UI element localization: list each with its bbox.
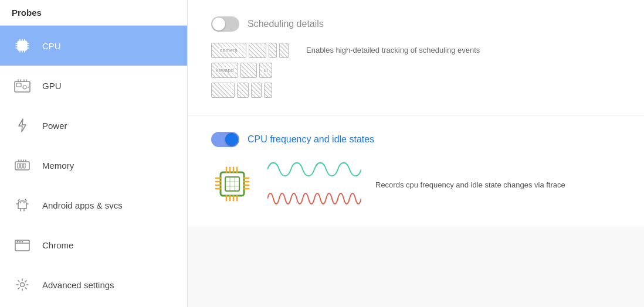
cpu-freq-illustration: Records cpu frequency and idle state cha… xyxy=(211,158,621,210)
gpu-icon xyxy=(12,75,33,96)
sidebar-item-cpu[interactable]: CPU xyxy=(0,26,187,66)
gear-icon xyxy=(12,274,33,295)
sched-block-7 xyxy=(251,83,262,98)
svg-rect-16 xyxy=(16,83,21,87)
power-icon xyxy=(12,115,33,136)
sidebar-item-memory[interactable]: Memory xyxy=(0,145,187,185)
svg-rect-14 xyxy=(21,44,24,47)
sched-block-6 xyxy=(237,83,249,98)
sidebar-item-chrome-label: Chrome xyxy=(42,240,73,250)
sidebar-item-gpu[interactable]: GPU xyxy=(0,66,187,105)
svg-rect-24 xyxy=(18,163,19,168)
sidebar-item-gpu-label: GPU xyxy=(42,81,62,91)
svg-line-35 xyxy=(18,199,19,201)
scheduling-description: Enables high-detailed tracking of schedu… xyxy=(306,42,480,56)
scheduling-toggle-row: Scheduling details xyxy=(211,16,621,32)
waveform-bottom xyxy=(267,187,361,210)
sidebar-item-cpu-label: CPU xyxy=(42,41,61,51)
svg-point-43 xyxy=(22,241,23,242)
sidebar-item-android-label: Android apps & svcs xyxy=(42,200,123,210)
cpu-freq-description: Records cpu frequency and idle state cha… xyxy=(375,177,565,192)
scheduling-toggle[interactable] xyxy=(211,16,239,32)
svg-point-22 xyxy=(28,87,29,88)
sidebar-header: Probes xyxy=(0,0,187,26)
sched-block-4 xyxy=(240,63,257,78)
scheduling-visual: camera kswapd ui xyxy=(211,42,289,98)
svg-rect-25 xyxy=(21,163,22,168)
main-content: Scheduling details camera kswapd xyxy=(188,0,644,307)
waveform-container xyxy=(267,158,361,210)
scheduling-illustration: camera kswapd ui xyxy=(211,42,621,98)
sidebar: Probes CPU xyxy=(0,0,188,307)
scheduling-section: Scheduling details camera kswapd xyxy=(188,0,644,115)
sched-block-ui: ui xyxy=(259,63,272,78)
cpu-freq-toggle[interactable] xyxy=(211,132,239,147)
chrome-icon xyxy=(12,234,33,255)
cpu-icon xyxy=(12,35,33,56)
svg-line-36 xyxy=(25,199,26,201)
svg-point-38 xyxy=(23,202,25,203)
waveform-top xyxy=(267,158,361,181)
svg-point-44 xyxy=(21,283,25,287)
cpu-freq-section: CPU frequency and idle states xyxy=(188,115,644,227)
svg-rect-45 xyxy=(221,172,244,196)
sidebar-item-chrome[interactable]: Chrome xyxy=(0,225,187,265)
cpu-freq-title: CPU frequency and idle states xyxy=(248,134,374,145)
sched-block-camera: camera xyxy=(211,43,246,58)
android-icon xyxy=(12,195,33,216)
svg-point-42 xyxy=(19,241,21,242)
scheduling-title: Scheduling details xyxy=(248,19,324,29)
sidebar-item-advanced[interactable]: Advanced settings xyxy=(0,265,187,305)
sched-block-5 xyxy=(211,83,235,98)
sidebar-item-power-label: Power xyxy=(42,121,67,131)
svg-point-21 xyxy=(23,86,26,89)
sidebar-item-memory-label: Memory xyxy=(42,161,74,170)
sidebar-item-android[interactable]: Android apps & svcs xyxy=(0,185,187,225)
sched-block-2 xyxy=(269,43,277,58)
sched-block-8 xyxy=(264,83,272,98)
svg-point-37 xyxy=(20,202,21,203)
sidebar-item-power[interactable]: Power xyxy=(0,105,187,145)
svg-rect-26 xyxy=(23,163,25,168)
sched-block-kswapd: kswapd xyxy=(211,63,238,78)
cpu-freq-toggle-row: CPU frequency and idle states xyxy=(211,132,621,147)
sched-block-1 xyxy=(249,43,266,58)
sched-block-3 xyxy=(279,43,289,58)
svg-point-41 xyxy=(17,241,18,242)
sidebar-item-advanced-label: Advanced settings xyxy=(42,280,114,290)
memory-icon xyxy=(12,155,33,176)
cpu-chip-graphic xyxy=(211,163,253,205)
